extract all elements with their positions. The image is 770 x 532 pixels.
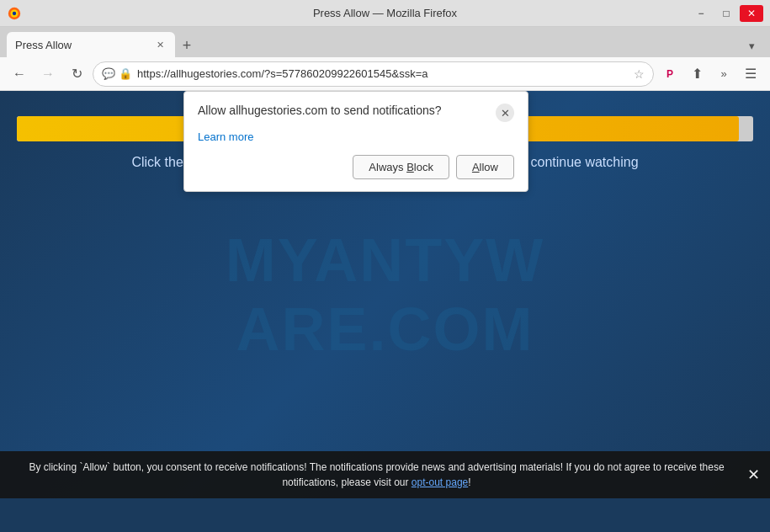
watermark-line2: ARE.COM xyxy=(236,295,534,364)
popup-title: Allow allhugestories.com to send notific… xyxy=(198,104,496,117)
tab-bar: Press Allow ✕ + ▾ xyxy=(0,27,770,57)
consent-bar: By clicking `Allow` button, you consent … xyxy=(0,451,770,498)
opt-out-link[interactable]: opt-out page xyxy=(412,476,468,488)
consent-close-button[interactable]: ✕ xyxy=(747,466,760,484)
allow-button[interactable]: Allow xyxy=(456,155,514,179)
address-input[interactable] xyxy=(137,67,629,80)
browser-content: MYANTYW ARE.COM 98% Click the «Allow» bu… xyxy=(0,91,770,498)
allow-underline: A xyxy=(472,161,480,173)
more-tools-button[interactable]: » xyxy=(711,61,736,87)
popup-header: Allow allhugestories.com to send notific… xyxy=(198,104,514,122)
restore-button[interactable]: □ xyxy=(714,5,738,22)
notification-permission-icon: 💬 xyxy=(102,67,115,80)
bookmark-star-icon[interactable]: ☆ xyxy=(634,67,645,81)
popup-buttons: Always Block Allow xyxy=(198,155,514,179)
consent-text-end: ! xyxy=(468,476,470,488)
close-button[interactable]: ✕ xyxy=(740,5,763,22)
notification-popup: Allow allhugestories.com to send notific… xyxy=(183,91,528,192)
nav-right-icons: P ⬆ » ☰ xyxy=(657,61,763,87)
tab-close-button[interactable]: ✕ xyxy=(153,38,167,51)
lock-icon: 🔒 xyxy=(119,67,132,80)
window-title: Press Allow — Mozilla Firefox xyxy=(313,7,457,19)
always-block-button[interactable]: Always Block xyxy=(353,155,449,179)
share-button[interactable]: ⬆ xyxy=(684,61,709,87)
tab-title: Press Allow xyxy=(15,39,72,51)
minimize-button[interactable]: − xyxy=(689,5,713,22)
reload-button[interactable]: ↻ xyxy=(64,61,89,87)
forward-button[interactable]: → xyxy=(35,61,61,87)
new-tab-button[interactable]: + xyxy=(175,34,199,57)
title-bar-controls: − □ ✕ xyxy=(689,5,763,22)
nav-bar: ← → ↻ 💬 🔒 ☆ P ⬆ » ☰ xyxy=(0,57,770,91)
back-button[interactable]: ← xyxy=(7,61,32,87)
popup-close-button[interactable]: ✕ xyxy=(496,104,514,122)
title-bar: Press Allow — Mozilla Firefox − □ ✕ xyxy=(0,0,770,27)
consent-text: By clicking `Allow` button, you consent … xyxy=(29,461,724,488)
always-block-underline: B xyxy=(406,161,414,173)
title-bar-left xyxy=(7,6,22,21)
tab-list-button[interactable]: ▾ xyxy=(740,34,763,57)
active-tab[interactable]: Press Allow ✕ xyxy=(7,32,175,57)
address-bar[interactable]: 💬 🔒 ☆ xyxy=(93,61,654,87)
watermark-line1: MYANTYW xyxy=(226,226,544,295)
menu-button[interactable]: ☰ xyxy=(738,61,763,87)
pocket-button[interactable]: P xyxy=(657,61,682,87)
svg-point-2 xyxy=(13,11,16,14)
address-icons: 💬 🔒 xyxy=(102,67,132,80)
firefox-logo xyxy=(7,6,22,21)
learn-more-link[interactable]: Learn more xyxy=(198,130,514,143)
